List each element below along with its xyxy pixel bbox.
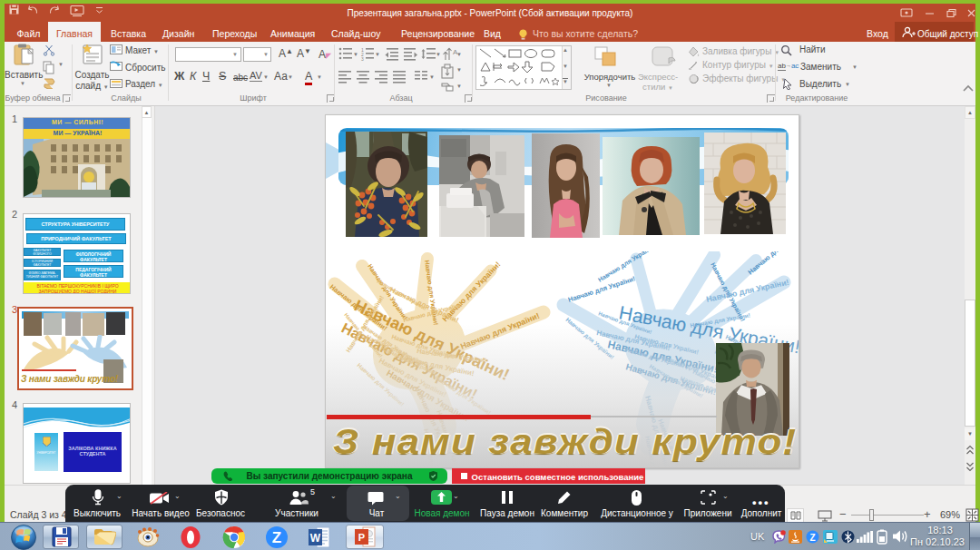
- svg-text:3: 3: [361, 56, 364, 62]
- svg-text:Z: Z: [809, 533, 815, 543]
- svg-text:P: P: [358, 532, 365, 543]
- svg-text:Z: Z: [272, 529, 281, 546]
- svg-text:W: W: [310, 532, 321, 545]
